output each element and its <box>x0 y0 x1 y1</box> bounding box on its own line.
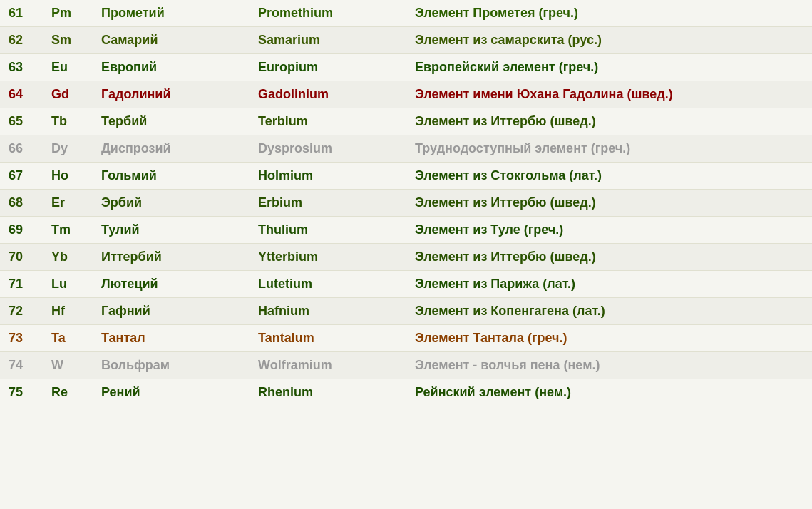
table-row: 73 Ta Тантал Tantalum Элемент Тантала (г… <box>0 325 812 352</box>
table-row: 61 Pm Прометий Promethium Элемент Промет… <box>0 0 812 27</box>
element-name-ru: Самарий <box>93 27 250 54</box>
element-number: 69 <box>0 217 43 244</box>
element-description: Элемент из Стокгольма (лат.) <box>406 163 812 190</box>
element-description: Рейнский элемент (нем.) <box>406 379 812 406</box>
table-row: 67 Ho Гольмий Holmium Элемент из Стокгол… <box>0 163 812 190</box>
element-description: Элемент из Туле (греч.) <box>406 217 812 244</box>
element-name-en: Gadolinium <box>250 81 406 108</box>
element-name-en: Terbium <box>250 108 406 135</box>
element-name-en: Rhenium <box>250 379 406 406</box>
element-number: 75 <box>0 379 43 406</box>
element-name-ru: Диспрозий <box>93 135 250 163</box>
element-number: 67 <box>0 163 43 190</box>
table-row: 63 Eu Европий Europium Европейский элеме… <box>0 54 812 81</box>
element-name-ru: Гольмий <box>93 163 250 190</box>
element-name-ru: Гадолиний <box>93 81 250 108</box>
element-name-ru: Тантал <box>93 325 250 352</box>
element-symbol: Tb <box>43 108 93 135</box>
element-description: Европейский элемент (греч.) <box>406 54 812 81</box>
table-row: 70 Yb Иттербий Ytterbium Элемент из Итте… <box>0 244 812 271</box>
element-number: 74 <box>0 352 43 379</box>
element-name-ru: Эрбий <box>93 190 250 217</box>
element-description: Элемент из Иттербю (швед.) <box>406 190 812 217</box>
element-symbol: Yb <box>43 244 93 271</box>
element-name-ru: Прометий <box>93 0 250 27</box>
element-symbol: Ta <box>43 325 93 352</box>
element-name-en: Erbium <box>250 190 406 217</box>
element-symbol: Re <box>43 379 93 406</box>
element-symbol: Eu <box>43 54 93 81</box>
element-number: 63 <box>0 54 43 81</box>
element-number: 72 <box>0 298 43 325</box>
element-description: Элемент Тантала (греч.) <box>406 325 812 352</box>
element-symbol: Gd <box>43 81 93 108</box>
element-symbol: Er <box>43 190 93 217</box>
table-row: 66 Dy Диспрозий Dysprosium Труднодоступн… <box>0 135 812 163</box>
table-row: 75 Re Рений Rhenium Рейнский элемент (не… <box>0 379 812 406</box>
element-name-ru: Европий <box>93 54 250 81</box>
element-name-en: Promethium <box>250 0 406 27</box>
element-name-ru: Гафний <box>93 298 250 325</box>
element-symbol: Ho <box>43 163 93 190</box>
element-number: 73 <box>0 325 43 352</box>
element-name-ru: Иттербий <box>93 244 250 271</box>
table-row: 71 Lu Лютеций Lutetium Элемент из Парижа… <box>0 271 812 298</box>
element-symbol: Pm <box>43 0 93 27</box>
element-name-ru: Рений <box>93 379 250 406</box>
element-symbol: Lu <box>43 271 93 298</box>
element-number: 64 <box>0 81 43 108</box>
element-number: 68 <box>0 190 43 217</box>
element-name-en: Europium <box>250 54 406 81</box>
table-row: 69 Tm Тулий Thulium Элемент из Туле (гре… <box>0 217 812 244</box>
table-row: 62 Sm Самарий Samarium Элемент из самарс… <box>0 27 812 54</box>
element-description: Элемент - волчья пена (нем.) <box>406 352 812 379</box>
element-name-en: Lutetium <box>250 271 406 298</box>
element-number: 71 <box>0 271 43 298</box>
element-name-ru: Тербий <box>93 108 250 135</box>
element-number: 66 <box>0 135 43 163</box>
element-symbol: Tm <box>43 217 93 244</box>
element-description: Элемент имени Юхана Гадолина (швед.) <box>406 81 812 108</box>
element-description: Элемент Прометея (греч.) <box>406 0 812 27</box>
element-name-en: Samarium <box>250 27 406 54</box>
element-name-ru: Вольфрам <box>93 352 250 379</box>
table-row: 65 Tb Тербий Terbium Элемент из Иттербю … <box>0 108 812 135</box>
element-description: Элемент из Копенгагена (лат.) <box>406 298 812 325</box>
element-description: Элемент из Иттербю (швед.) <box>406 108 812 135</box>
element-symbol: Dy <box>43 135 93 163</box>
element-number: 62 <box>0 27 43 54</box>
element-name-en: Tantalum <box>250 325 406 352</box>
element-description: Элемент из Иттербю (швед.) <box>406 244 812 271</box>
element-name-en: Ytterbium <box>250 244 406 271</box>
table-row: 64 Gd Гадолиний Gadolinium Элемент имени… <box>0 81 812 108</box>
element-name-en: Thulium <box>250 217 406 244</box>
element-symbol: Sm <box>43 27 93 54</box>
elements-table: 61 Pm Прометий Promethium Элемент Промет… <box>0 0 812 406</box>
element-description: Элемент из Парижа (лат.) <box>406 271 812 298</box>
element-name-en: Holmium <box>250 163 406 190</box>
element-name-en: Wolframium <box>250 352 406 379</box>
element-name-en: Hafnium <box>250 298 406 325</box>
element-symbol: W <box>43 352 93 379</box>
element-number: 70 <box>0 244 43 271</box>
element-description: Элемент из самарскита (рус.) <box>406 27 812 54</box>
element-number: 65 <box>0 108 43 135</box>
element-name-ru: Лютеций <box>93 271 250 298</box>
table-row: 74 W Вольфрам Wolframium Элемент - волчь… <box>0 352 812 379</box>
table-row: 68 Er Эрбий Erbium Элемент из Иттербю (ш… <box>0 190 812 217</box>
element-name-ru: Тулий <box>93 217 250 244</box>
element-name-en: Dysprosium <box>250 135 406 163</box>
element-number: 61 <box>0 0 43 27</box>
table-row: 72 Hf Гафний Hafnium Элемент из Копенгаг… <box>0 298 812 325</box>
element-symbol: Hf <box>43 298 93 325</box>
element-description: Труднодоступный элемент (греч.) <box>406 135 812 163</box>
